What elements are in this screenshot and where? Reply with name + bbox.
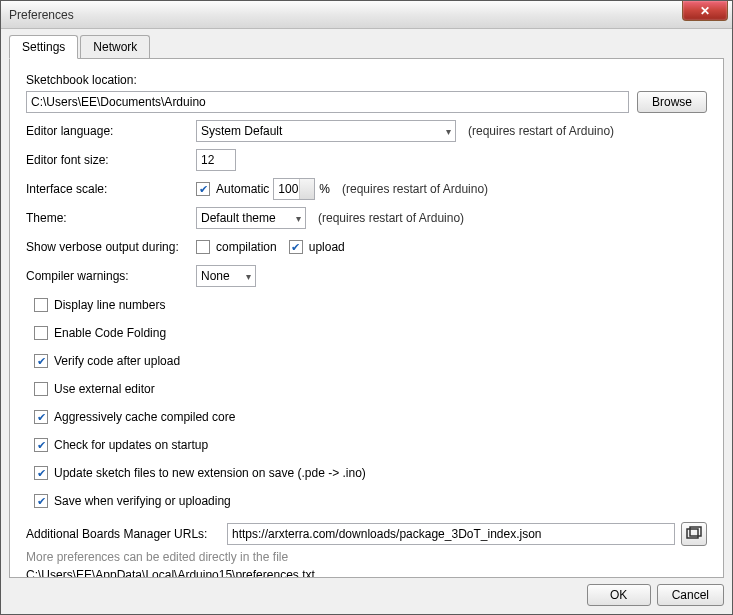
code-folding-checkbox[interactable] bbox=[34, 326, 48, 340]
editor-language-note: (requires restart of Arduino) bbox=[468, 124, 614, 138]
window-expand-icon bbox=[686, 526, 702, 542]
verify-after-upload-checkbox[interactable] bbox=[34, 354, 48, 368]
window-title: Preferences bbox=[9, 8, 74, 22]
upload-checkbox[interactable] bbox=[289, 240, 303, 254]
boards-url-input[interactable] bbox=[227, 523, 675, 545]
preferences-path: C:\Users\EE\AppData\Local\Arduino15\pref… bbox=[26, 568, 707, 578]
editor-language-select[interactable]: System Default bbox=[196, 120, 456, 142]
display-line-numbers-label: Display line numbers bbox=[54, 298, 165, 312]
theme-note: (requires restart of Arduino) bbox=[318, 211, 464, 225]
check-updates-checkbox[interactable] bbox=[34, 438, 48, 452]
external-editor-label: Use external editor bbox=[54, 382, 155, 396]
compilation-checkbox[interactable] bbox=[196, 240, 210, 254]
sketchbook-location-input[interactable] bbox=[26, 91, 629, 113]
theme-select[interactable]: Default theme bbox=[196, 207, 306, 229]
content-area: Settings Network Sketchbook location: Br… bbox=[1, 29, 732, 614]
theme-label: Theme: bbox=[26, 211, 196, 225]
footer-note-1: More preferences can be edited directly … bbox=[26, 550, 707, 564]
cache-core-checkbox[interactable] bbox=[34, 410, 48, 424]
scale-note: (requires restart of Arduino) bbox=[342, 182, 488, 196]
verify-after-upload-label: Verify code after upload bbox=[54, 354, 180, 368]
boards-url-expand-button[interactable] bbox=[681, 522, 707, 546]
boards-url-label: Additional Boards Manager URLs: bbox=[26, 527, 221, 541]
options-list: Display line numbers Enable Code Folding… bbox=[34, 294, 707, 512]
cancel-button[interactable]: Cancel bbox=[657, 584, 724, 606]
dialog-buttons: OK Cancel bbox=[9, 578, 724, 606]
sketchbook-label: Sketchbook location: bbox=[26, 73, 707, 87]
compilation-label: compilation bbox=[216, 240, 277, 254]
interface-scale-label: Interface scale: bbox=[26, 182, 196, 196]
close-icon: ✕ bbox=[700, 4, 710, 18]
update-extension-checkbox[interactable] bbox=[34, 466, 48, 480]
verbose-label: Show verbose output during: bbox=[26, 240, 196, 254]
compiler-warnings-select[interactable]: None bbox=[196, 265, 256, 287]
upload-label: upload bbox=[309, 240, 345, 254]
display-line-numbers-checkbox[interactable] bbox=[34, 298, 48, 312]
browse-button[interactable]: Browse bbox=[637, 91, 707, 113]
code-folding-label: Enable Code Folding bbox=[54, 326, 166, 340]
tab-settings[interactable]: Settings bbox=[9, 35, 78, 59]
scale-stepper[interactable]: 100 bbox=[273, 178, 315, 200]
automatic-scale-checkbox[interactable] bbox=[196, 182, 210, 196]
save-on-verify-checkbox[interactable] bbox=[34, 494, 48, 508]
ok-button[interactable]: OK bbox=[587, 584, 651, 606]
preferences-window: Preferences ✕ Settings Network Sketchboo… bbox=[0, 0, 733, 615]
tab-network[interactable]: Network bbox=[80, 35, 150, 58]
automatic-scale-label: Automatic bbox=[216, 182, 269, 196]
editor-font-input[interactable] bbox=[196, 149, 236, 171]
external-editor-checkbox[interactable] bbox=[34, 382, 48, 396]
cache-core-label: Aggressively cache compiled core bbox=[54, 410, 235, 424]
check-updates-label: Check for updates on startup bbox=[54, 438, 208, 452]
editor-language-label: Editor language: bbox=[26, 124, 196, 138]
update-extension-label: Update sketch files to new extension on … bbox=[54, 466, 366, 480]
tab-bar: Settings Network bbox=[9, 35, 724, 58]
settings-panel: Sketchbook location: Browse Editor langu… bbox=[9, 58, 724, 578]
titlebar: Preferences ✕ bbox=[1, 1, 732, 29]
close-button[interactable]: ✕ bbox=[682, 1, 728, 21]
save-on-verify-label: Save when verifying or uploading bbox=[54, 494, 231, 508]
scale-unit: % bbox=[319, 182, 330, 196]
editor-font-label: Editor font size: bbox=[26, 153, 196, 167]
compiler-warnings-label: Compiler warnings: bbox=[26, 269, 196, 283]
